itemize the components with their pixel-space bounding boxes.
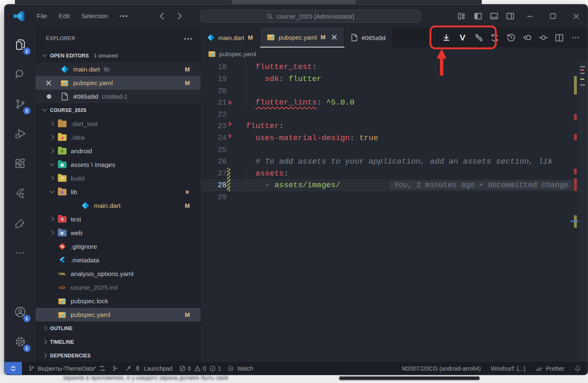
open-editor-untitled[interactable]: #065a9d Untitled-1 xyxy=(36,90,201,103)
code-line-24[interactable]: 24 uses-material-design: true xyxy=(201,132,588,144)
split-editor-icon[interactable] xyxy=(551,29,567,46)
tab-bar: main.dart M pubspec.yaml M #065a9d xyxy=(201,28,588,48)
sync-icon[interactable] xyxy=(99,365,105,371)
get-packages-icon[interactable] xyxy=(438,29,454,46)
prettier-status[interactable]: Prettier xyxy=(535,365,564,372)
tab-pubspec-yaml[interactable]: pubspec.yaml M xyxy=(260,28,345,48)
account-icon[interactable]: 1 xyxy=(11,302,30,321)
dart-devtools-icon[interactable] xyxy=(11,214,30,233)
git-commit-icon[interactable] xyxy=(535,29,551,46)
open-changes-icon[interactable] xyxy=(519,29,535,46)
settings-gear-icon[interactable]: 1 xyxy=(11,332,30,351)
explorer-more-icon[interactable]: ••• xyxy=(184,35,193,42)
code-line-26[interactable]: 26 # To add assets to your application, … xyxy=(201,156,588,168)
explorer-icon[interactable]: 1 xyxy=(11,35,30,54)
code-line-23[interactable]: 23 flutter: xyxy=(201,120,588,132)
refresh-icon[interactable] xyxy=(487,29,503,46)
menu-selection[interactable]: Selection xyxy=(77,11,112,21)
tree-item-lib[interactable]: ▮ lib xyxy=(36,185,201,199)
menu-more-icon[interactable]: ••• xyxy=(115,11,132,21)
launchpad-button[interactable]: Launchpad xyxy=(125,365,172,372)
code-line-29[interactable]: 29 xyxy=(201,191,588,203)
tree-item-android[interactable]: ⋒ android xyxy=(36,144,201,158)
upgrade-major-versions-icon[interactable]: V xyxy=(454,29,471,46)
device-selector[interactable]: M2007J20CG (android-arm64) xyxy=(402,365,481,372)
code-line-21[interactable]: 21 flutter_lints: ^5.0.0 xyxy=(201,97,588,109)
back-arrow-icon[interactable] xyxy=(158,12,167,21)
forward-arrow-icon[interactable] xyxy=(175,12,184,21)
open-editors-header[interactable]: OPEN EDITORS 1 unsaved xyxy=(36,49,201,62)
tree-item-dart-tool[interactable]: .dart_tool xyxy=(36,117,201,131)
search-sidebar-icon[interactable] xyxy=(11,65,30,84)
code-line-18[interactable]: 18 flutter_test: xyxy=(201,61,588,73)
tree-item-course-iml[interactable]: </> course_2025.iml xyxy=(36,281,201,294)
tab-untitled[interactable]: #065a9d xyxy=(344,28,392,48)
code-line-28[interactable]: 28 - assets/images/You, 2 minutes ago • … xyxy=(201,179,588,191)
timeline-section[interactable]: TIMELINE xyxy=(36,335,201,349)
editor-more-icon[interactable] xyxy=(567,29,583,46)
tree-item-pubspec-lock[interactable]: pubspec.lock xyxy=(36,294,201,308)
minimap[interactable] xyxy=(578,60,588,362)
git-graph-button[interactable] xyxy=(112,365,118,371)
tree-item-idea[interactable]: ◢ .idea xyxy=(36,131,201,144)
compare-changes-icon[interactable] xyxy=(471,29,487,46)
tree-item-gitignore[interactable]: .gitignore xyxy=(36,240,201,253)
maximize-icon[interactable] xyxy=(541,5,564,28)
breadcrumb[interactable]: pubspec.yaml xyxy=(201,48,588,60)
fold-marker-icon[interactable] xyxy=(229,133,232,138)
git-branch-status[interactable]: Виджеты-ThemeData* xyxy=(29,365,105,372)
project-header[interactable]: COURSE_2025 xyxy=(36,103,201,117)
remote-icon xyxy=(10,365,17,372)
minimize-icon[interactable] xyxy=(518,5,541,28)
open-editor-main-dart[interactable]: main.dart lib M xyxy=(36,62,201,76)
fold-marker-icon[interactable] xyxy=(229,100,232,105)
toggle-primary-sidebar-icon[interactable] xyxy=(470,5,486,28)
close-icon[interactable] xyxy=(46,80,52,86)
tree-item-pubspec-yaml[interactable]: pubspec.yaml M xyxy=(36,308,201,321)
code-line-19[interactable]: 19 sdk: flutter xyxy=(201,73,588,85)
overview-ruler[interactable] xyxy=(574,60,578,362)
extensions-icon[interactable] xyxy=(11,154,30,173)
notifications-button[interactable] xyxy=(574,365,581,372)
git-modified-gutter-marker[interactable] xyxy=(227,168,230,191)
file-icon xyxy=(60,92,69,101)
tree-item-web[interactable]: ◍ web xyxy=(36,226,201,240)
activity-more-icon[interactable] xyxy=(11,243,30,262)
tree-item-assets-images[interactable]: ▣ assets \ images xyxy=(36,158,201,171)
flutter-icon[interactable] xyxy=(11,184,30,203)
code-line-22[interactable]: 22 xyxy=(201,108,588,120)
close-window-icon[interactable] xyxy=(564,5,588,28)
xml-file-icon: </> xyxy=(57,283,67,292)
tree-item-build[interactable]: ▽ build xyxy=(36,171,201,185)
code-line-20[interactable]: 20 xyxy=(201,85,588,97)
code-line-27[interactable]: 27 assets: xyxy=(201,167,588,179)
open-editor-pubspec-yaml[interactable]: pubspec.yaml M xyxy=(36,76,201,90)
outline-section[interactable]: OUTLINE xyxy=(36,321,201,335)
code-line-25[interactable]: 25 xyxy=(201,144,588,156)
tab-main-dart[interactable]: main.dart M xyxy=(201,28,260,48)
tree-item-test[interactable]: ⚗ test xyxy=(36,212,201,226)
git-file-icon xyxy=(57,242,67,251)
command-center-search[interactable]: course_2025 [Administrator] xyxy=(201,10,421,23)
toggle-secondary-sidebar-icon[interactable] xyxy=(502,5,518,28)
source-control-icon[interactable]: 2 xyxy=(11,95,30,114)
code-area[interactable]: 18 flutter_test: 19 sdk: flutter 20 21 xyxy=(201,60,588,362)
toggle-panel-icon[interactable] xyxy=(486,5,502,28)
tree-item-analysis-options[interactable]: YML analysis_options.yaml xyxy=(36,267,201,281)
close-icon[interactable] xyxy=(332,34,337,40)
problems-status[interactable]: 0 0 1 xyxy=(179,365,221,372)
remote-indicator[interactable] xyxy=(5,362,22,375)
tree-item-main-dart[interactable]: main.dart M xyxy=(36,199,201,212)
folder-icon xyxy=(57,119,67,128)
tree-item-metadata[interactable]: .metadata xyxy=(36,253,201,267)
unsaved-dot-icon[interactable] xyxy=(47,94,51,99)
menu-edit[interactable]: Edit xyxy=(55,11,74,21)
menu-file[interactable]: File xyxy=(33,11,51,21)
run-debug-icon[interactable] xyxy=(11,124,30,143)
windsurf-status[interactable]: Windsurf: {...} xyxy=(491,365,526,372)
history-icon[interactable] xyxy=(503,29,519,46)
watch-button[interactable]: Watch xyxy=(227,365,253,372)
fold-marker-icon[interactable] xyxy=(229,121,232,126)
customize-layout-icon[interactable] xyxy=(454,5,470,28)
dependencies-section[interactable]: DEPENDENCIES xyxy=(36,349,201,362)
